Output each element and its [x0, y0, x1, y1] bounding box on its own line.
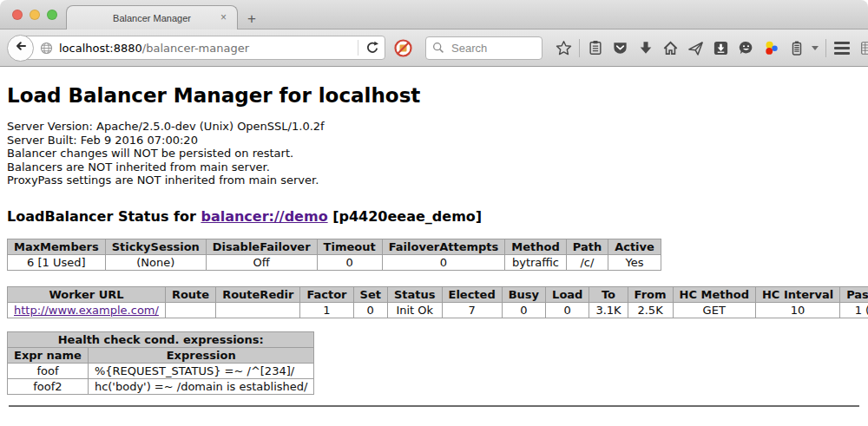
health-check-expressions-table: Health check cond. expressions: Expr nam…	[7, 331, 314, 395]
server-info: Server Version: Apache/2.5.0-dev (Unix) …	[7, 120, 861, 187]
bookmark-star-icon	[556, 40, 572, 56]
column-header: HC Method	[673, 286, 755, 302]
toolbar-divider	[825, 39, 826, 57]
new-tab-button[interactable]: +	[247, 11, 256, 26]
bookmark-star-button[interactable]	[551, 35, 576, 61]
cell-hc-method: GET	[673, 302, 755, 318]
balancer-status-heading: LoadBalancer Status for balancer://demo …	[7, 208, 861, 225]
window-titlebar: Balancer Manager × +	[0, 0, 868, 29]
url-host: localhost:8880	[59, 42, 142, 55]
back-button[interactable]	[7, 35, 34, 62]
cell-expr-name: foof	[8, 363, 89, 378]
column-header: FailoverAttempts	[382, 239, 505, 254]
home-button[interactable]	[658, 35, 683, 61]
zoom-window-button[interactable]	[47, 10, 57, 20]
status-heading-prefix: LoadBalancer Status for	[7, 208, 201, 225]
column-header: Expression	[88, 347, 314, 363]
navigation-toolbar: localhost:8880/balancer-manager	[0, 29, 868, 67]
smiley-extension-button[interactable]	[733, 35, 759, 61]
cell-busy: 0	[502, 302, 545, 318]
table-row: foof2 hc('body') =~ /domain is establish…	[8, 378, 314, 394]
server-version-line: Server Version: Apache/2.5.0-dev (Unix) …	[7, 120, 861, 134]
download-box-extension-button[interactable]	[708, 35, 733, 61]
cell-load: 0	[546, 302, 589, 318]
cell-expression: hc('body') =~ /domain is established/	[88, 378, 314, 394]
table-header-row: MaxMembers StickySession DisableFailover…	[8, 239, 661, 254]
cell-elected: 7	[442, 302, 502, 318]
cell-disablefailover: Off	[206, 254, 317, 270]
cell-active: Yes	[608, 254, 661, 270]
search-magnifier-icon	[432, 42, 444, 54]
grid-extension-icon	[859, 40, 868, 56]
column-header: Busy	[502, 286, 545, 302]
column-header: Worker URL	[8, 286, 166, 302]
downloadhelper-extension-button[interactable]	[759, 35, 784, 61]
toolbar-buttons	[551, 35, 868, 61]
hamburger-menu-icon	[834, 42, 850, 55]
cell-path: /c/	[566, 254, 608, 270]
column-header: RouteRedir	[216, 286, 300, 302]
cell-factor: 1	[300, 302, 353, 318]
table-header-row: Expr name Expression	[8, 347, 314, 363]
column-header: Route	[165, 286, 215, 302]
send-plane-icon	[687, 40, 704, 56]
footer-divider	[9, 405, 859, 407]
cell-from: 2.5K	[628, 302, 673, 318]
pocket-icon	[612, 40, 628, 56]
tab-close-icon[interactable]: ×	[218, 12, 229, 23]
column-header: Active	[608, 239, 661, 254]
balancer-demo-link[interactable]: balancer://demo	[201, 208, 327, 225]
page-content: Load Balancer Manager for localhost Serv…	[0, 84, 868, 407]
plugin-blocked-icon[interactable]	[394, 39, 412, 57]
site-identity-globe-icon[interactable]	[40, 42, 53, 55]
worker-url-link[interactable]: http://www.example.com/	[14, 304, 159, 317]
column-header: MaxMembers	[8, 239, 106, 254]
smiley-extension-icon	[738, 40, 754, 56]
column-header: Status	[387, 286, 442, 302]
browser-window: Balancer Manager × + localhost:8880/bala…	[0, 0, 868, 426]
worker-status-table: Worker URL Route RouteRedir Factor Set S…	[7, 286, 868, 318]
column-header: From	[628, 286, 673, 302]
url-path: /balancer-manager	[142, 42, 249, 55]
table-row: foof %{REQUEST_STATUS} =~ /^[234]/	[8, 363, 314, 378]
search-input[interactable]	[450, 41, 529, 56]
pocket-button[interactable]	[608, 35, 633, 61]
back-icon	[14, 39, 28, 56]
tab-balancer-manager[interactable]: Balancer Manager ×	[66, 5, 238, 29]
cell-route	[165, 302, 215, 318]
reload-icon	[365, 41, 379, 55]
cell-hc-interval: 10	[755, 302, 839, 318]
search-bar[interactable]	[425, 36, 542, 60]
column-header: Method	[505, 239, 566, 254]
server-built-line: Server Built: Feb 9 2016 07:00:20	[7, 134, 861, 147]
overflow-caret-button[interactable]	[809, 35, 823, 61]
close-window-button[interactable]	[12, 10, 23, 20]
menu-button[interactable]	[829, 35, 854, 61]
downloads-arrow-icon	[638, 40, 654, 56]
download-box-extension-icon	[713, 40, 729, 56]
downloads-button[interactable]	[633, 35, 658, 61]
balancer-settings-table: MaxMembers StickySession DisableFailover…	[7, 239, 661, 271]
inherit-note-line: Balancers are NOT inherited from main se…	[7, 161, 861, 174]
page-title: Load Balancer Manager for localhost	[7, 84, 861, 107]
cell-passes: 1 (0)	[840, 302, 868, 318]
column-header: Factor	[300, 286, 353, 302]
column-header: Elected	[442, 286, 502, 302]
battery-extension-icon	[789, 40, 805, 56]
url-bar[interactable]: localhost:8880/balancer-manager	[19, 36, 385, 60]
cell-stickysession: (None)	[105, 254, 206, 270]
bookmarks-menu-button[interactable]	[582, 35, 608, 61]
cell-routeredir	[216, 302, 300, 318]
cell-status: Init Ok	[387, 302, 442, 318]
minimize-window-button[interactable]	[30, 10, 40, 20]
send-share-button[interactable]	[683, 35, 708, 61]
reload-button[interactable]	[365, 41, 379, 55]
column-header: Timeout	[317, 239, 382, 254]
hc-table-caption: Health check cond. expressions:	[8, 331, 314, 347]
grid-extension-button[interactable]	[854, 35, 868, 61]
battery-extension-button[interactable]	[784, 35, 809, 61]
column-header: Expr name	[8, 347, 89, 363]
tab-title: Balancer Manager	[113, 13, 191, 23]
column-header: HC Interval	[755, 286, 839, 302]
persist-note-line: Balancer changes will NOT be persisted o…	[7, 147, 861, 161]
